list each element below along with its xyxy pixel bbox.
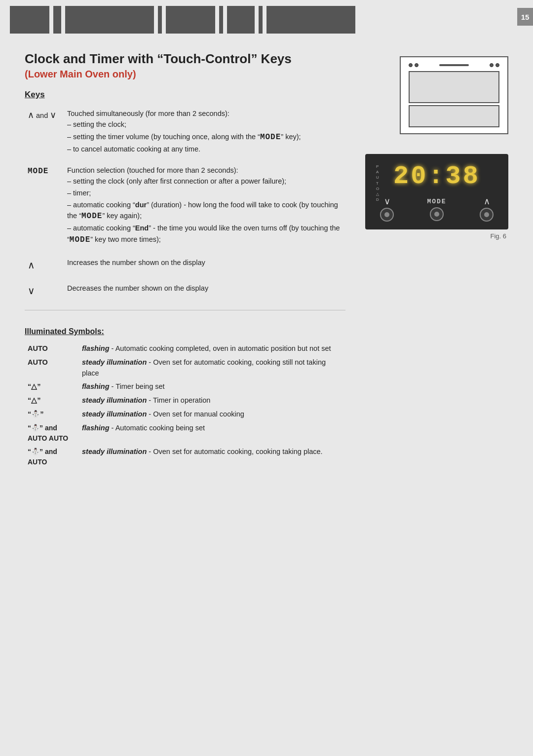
time-display: 20:38: [375, 162, 498, 191]
key-row-down: ∨ Decreases the number shown on the disp…: [25, 281, 345, 300]
illum-row-fork-steady: “⛄” steady illumination - Oven set for m…: [25, 408, 345, 421]
deco-block-5: [166, 6, 215, 34]
mode-button-group: MODE: [427, 198, 446, 221]
illum-row-bell-steady: “△” steady illumination - Timer in opera…: [25, 394, 345, 408]
illum-desc-fork-auto1: flashing - Automatic cooking being set: [79, 421, 345, 445]
illum-row-fork-auto-flashing: “⛄” and AUTO AUTO flashing - Automatic c…: [25, 421, 345, 445]
illum-sym-bell2: “△”: [25, 394, 79, 408]
key-row-up: ∧ Increases the number shown on the disp…: [25, 256, 345, 274]
down-arrow-label: ∨: [384, 197, 390, 206]
deco-block-8: [259, 6, 263, 34]
oven-line: [439, 64, 469, 66]
oven-main-window: [409, 71, 499, 103]
side-indicators: P A U T O △ D: [376, 164, 379, 202]
illum-row-auto-steady: AUTO steady illumination - Oven set for …: [25, 356, 345, 380]
illum-desc-auto1: flashing - Automatic cooking completed, …: [79, 342, 345, 356]
fig-label: Fig. 6: [490, 232, 506, 240]
key-row-arrows: ∧ and ∨ Touched simultaneously (for more…: [25, 107, 345, 157]
indicator-t: T: [376, 181, 379, 186]
mode-button-circle[interactable]: [430, 207, 444, 221]
indicator-a: A: [376, 169, 379, 175]
illum-sym-auto1: AUTO: [25, 342, 79, 356]
main-content: Clock and Timer with “Touch-Control” Key…: [0, 39, 533, 489]
content-columns: Clock and Timer with “Touch-Control” Key…: [25, 51, 508, 469]
display-area: P A U T O △ D 20:38: [375, 162, 498, 191]
up-arrow-label: ∧: [484, 197, 490, 206]
oven-dot-1: [409, 63, 413, 67]
illum-sym-fork: “⛄”: [25, 408, 79, 421]
key-symbol-down: ∨: [25, 281, 64, 300]
illum-desc-fork-auto2: steady illumination - Oven set for autom…: [79, 445, 345, 469]
illum-desc-fork: steady illumination - Oven set for manua…: [79, 408, 345, 421]
illum-row-auto-flashing: AUTO flashing - Automatic cooking comple…: [25, 342, 345, 356]
oven-display-right: [490, 63, 499, 67]
control-panel: P A U T O △ D 20:38 ∨: [365, 154, 508, 229]
illum-sym-fork-auto1: “⛄” and AUTO AUTO: [25, 421, 79, 445]
indicator-p: P: [376, 164, 379, 169]
illuminated-table: AUTO flashing - Automatic cooking comple…: [25, 342, 345, 469]
oven-dot-2: [415, 63, 419, 67]
key-desc-arrows: Touched simultaneously (for more than 2 …: [64, 107, 345, 157]
deco-block-7: [227, 6, 255, 34]
illuminated-heading: Illuminated Symbols:: [25, 327, 345, 336]
illum-desc-bell2: steady illumination - Timer in operation: [79, 394, 345, 408]
key-row-mode: MODE Function selection (touched for mor…: [25, 163, 345, 249]
illum-desc-auto2: steady illumination - Oven set for autom…: [79, 356, 345, 380]
right-column: P A U T O △ D 20:38 ∨: [360, 51, 508, 240]
key-desc-down: Decreases the number shown on the displa…: [64, 281, 345, 300]
top-decorative-bar: [0, 0, 533, 39]
deco-block-9: [266, 6, 355, 34]
deco-block-2: [53, 6, 61, 34]
indicator-u: U: [376, 175, 379, 180]
down-button-circle[interactable]: [380, 208, 394, 222]
deco-block-3: [65, 6, 154, 34]
oven-dot-3: [490, 63, 494, 67]
illum-sym-fork-auto2: “⛄” and AUTO: [25, 445, 79, 469]
down-button-inner: [384, 212, 389, 217]
key-symbol-mode: MODE: [25, 163, 64, 249]
deco-block-6: [219, 6, 223, 34]
keys-table: ∧ and ∨ Touched simultaneously (for more…: [25, 107, 345, 300]
illum-row-bell-flashing: “△” flashing - Timer being set: [25, 380, 345, 394]
left-column: Clock and Timer with “Touch-Control” Key…: [25, 51, 345, 469]
indicator-o: O: [376, 186, 379, 191]
oven-lower-window: [409, 105, 499, 127]
oven-dot-4: [495, 63, 499, 67]
key-desc-up: Increases the number shown on the displa…: [64, 256, 345, 274]
deco-block-1: [10, 6, 49, 34]
indicator-d: D: [376, 197, 379, 202]
oven-top-controls: [405, 61, 503, 69]
page-number: 15: [517, 8, 533, 26]
page-subtitle: (Lower Main Oven only): [25, 69, 345, 80]
mode-button-inner: [434, 212, 439, 217]
key-desc-mode: Function selection (touched for more tha…: [64, 163, 345, 249]
down-button-group: ∨: [380, 197, 394, 222]
page-title: Clock and Timer with “Touch-Control” Key…: [25, 51, 345, 67]
illum-sym-auto2: AUTO: [25, 356, 79, 380]
indicator-tri: △: [376, 191, 379, 197]
up-button-group: ∧: [480, 197, 494, 222]
oven-display: [409, 63, 419, 67]
section-divider: [25, 310, 345, 310]
illuminated-section: Illuminated Symbols: AUTO flashing - Aut…: [25, 322, 345, 469]
illum-row-fork-auto-steady: “⛄” and AUTO steady illumination - Oven …: [25, 445, 345, 469]
deco-block-4: [158, 6, 162, 34]
mode-button-label: MODE: [427, 198, 446, 205]
keys-heading: Keys: [25, 90, 345, 100]
control-buttons-row: ∨ MODE ∧: [375, 197, 498, 222]
oven-diagram: [400, 56, 508, 134]
illum-sym-bell1: “△”: [25, 380, 79, 394]
up-button-circle[interactable]: [480, 208, 494, 222]
key-symbol-arrows: ∧ and ∨: [25, 107, 64, 157]
key-symbol-up: ∧: [25, 256, 64, 274]
illum-desc-bell1: flashing - Timer being set: [79, 380, 345, 394]
up-button-inner: [484, 212, 489, 217]
